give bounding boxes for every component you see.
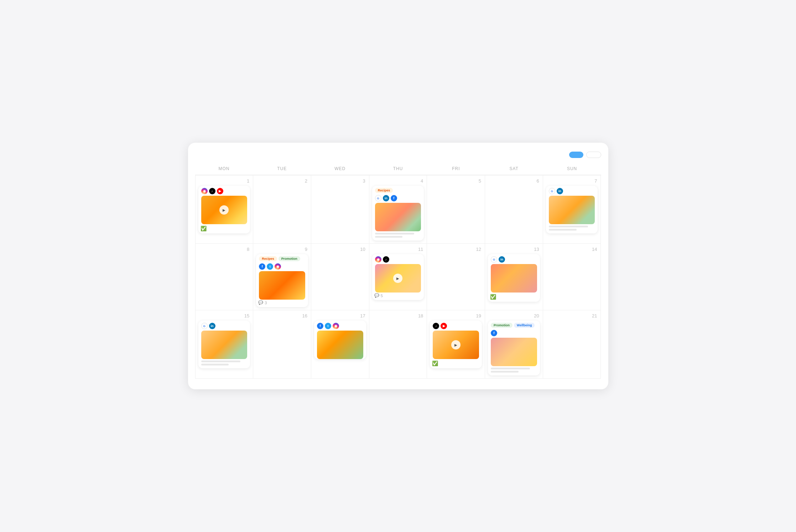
calendar-cell: 17 ft◉ [311, 310, 369, 379]
text-line [491, 371, 519, 373]
social-icons: f [491, 330, 537, 336]
date-number: 21 [546, 313, 598, 318]
post-image [259, 271, 305, 300]
tiktok-icon: ♪ [209, 188, 215, 194]
post-card-inner: PromotionWellbeing f [488, 321, 540, 366]
post-image [549, 196, 595, 224]
post-card[interactable]: ft◉ [314, 321, 366, 359]
post-card[interactable]: Recipes Ginf [372, 186, 424, 241]
li-icon: in [383, 195, 389, 201]
comments-count: 💬 5 [372, 293, 424, 300]
post-card[interactable]: Gin [198, 321, 250, 368]
ig-icon: ◉ [275, 263, 281, 270]
post-card[interactable]: RecipesPromotion ft◉ 💬 3 [256, 254, 308, 307]
tag-badge: Recipes [259, 256, 277, 261]
yt-icon: ▶ [217, 188, 223, 194]
comments-count: 💬 3 [256, 300, 308, 307]
date-number: 2 [256, 178, 308, 184]
day-header-sun: SUN [543, 163, 601, 175]
social-icons: Gin [491, 256, 537, 263]
calendar-cell: 4 Recipes Ginf [369, 175, 427, 244]
post-image [201, 331, 248, 359]
text-lines [546, 224, 598, 233]
view-toggle-group [569, 152, 601, 158]
post-card[interactable]: ♪▶ ▶ ✅ [430, 321, 482, 368]
date-number: 18 [372, 313, 424, 318]
fb-icon: f [391, 195, 397, 201]
yt-icon: ▶ [441, 323, 447, 329]
day-header-wed: WED [311, 163, 369, 175]
post-card[interactable]: PromotionWellbeing f [488, 321, 540, 375]
post-image-wrapper: ▶ [375, 264, 421, 293]
post-card-inner: Recipes Ginf [372, 186, 424, 231]
post-image-wrapper: ▶ [201, 196, 248, 224]
post-card[interactable]: Gin ✅ [488, 254, 540, 302]
post-image [491, 338, 537, 366]
check-icon: ✅ [430, 359, 482, 368]
post-image [375, 203, 421, 231]
ggl-icon: G [491, 256, 497, 263]
calendar-cell: 18 [369, 310, 427, 379]
prev-month-button[interactable] [387, 153, 392, 156]
tag-badge: Wellbeing [514, 323, 535, 328]
check-icon: ✅ [488, 293, 540, 302]
nav-title-group [387, 153, 410, 156]
tag-badge: Recipes [375, 188, 393, 193]
post-card[interactable]: ◉♪▶ ▶ ✅ [198, 186, 250, 233]
date-number: 6 [488, 178, 540, 184]
date-number: 11 [372, 247, 424, 252]
date-number: 19 [430, 313, 482, 318]
post-image-wrapper: ▶ [433, 331, 479, 359]
date-number: 17 [314, 313, 366, 318]
calendar-cell: 13 Gin ✅ [485, 244, 543, 310]
week-view-button[interactable] [586, 152, 601, 158]
post-card[interactable]: Gin [546, 186, 598, 233]
date-number: 12 [430, 247, 482, 252]
date-number: 10 [314, 247, 366, 252]
next-month-button[interactable] [404, 153, 410, 156]
post-card[interactable]: ◉♪ ▶ 💬 5 [372, 254, 424, 300]
li-icon: in [499, 256, 505, 263]
fb-icon: f [491, 330, 497, 336]
calendar-cell: 7 Gin [543, 175, 601, 244]
tiktok-icon: ♪ [383, 256, 389, 263]
calendar-cell: 14 [543, 244, 601, 310]
tw-icon: t [325, 323, 331, 329]
text-line [491, 368, 530, 369]
date-number: 16 [256, 313, 308, 318]
day-header-fri: FRI [427, 163, 485, 175]
date-number: 13 [488, 247, 540, 252]
date-number: 5 [430, 178, 482, 184]
play-button[interactable]: ▶ [219, 205, 229, 215]
date-number: 8 [198, 247, 250, 252]
calendar-cell: 2 [253, 175, 311, 244]
play-button[interactable]: ▶ [451, 340, 461, 349]
ggl-icon: G [375, 195, 381, 201]
post-card-inner: ◉♪▶ ▶ [198, 186, 250, 224]
date-number: 3 [314, 178, 366, 184]
text-line [201, 364, 229, 365]
ig-icon: ◉ [333, 323, 339, 329]
day-header-thu: THU [369, 163, 427, 175]
calendar-body: 1 ◉♪▶ ▶ ✅ 234 Recipes Ginf [195, 175, 601, 379]
date-number: 15 [198, 313, 250, 318]
li-icon: in [557, 188, 563, 194]
tags-row: RecipesPromotion [259, 256, 305, 263]
ggl-icon: G [549, 188, 555, 194]
tag-badge: Promotion [491, 323, 513, 328]
calendar-cell: 12 [427, 244, 485, 310]
calendar-cell: 3 [311, 175, 369, 244]
check-icon: ✅ [198, 224, 250, 233]
tw-icon: t [267, 263, 273, 270]
post-image [491, 264, 537, 293]
date-number: 9 [256, 247, 308, 252]
fb-icon: f [259, 263, 265, 270]
calendar-container: MONTUEWEDTHUFRISATSUN 1 ◉♪▶ ▶ ✅ 234 Reci… [188, 143, 608, 389]
month-view-button[interactable] [569, 152, 583, 158]
tag-badge: Promotion [279, 256, 300, 261]
play-button[interactable]: ▶ [393, 274, 402, 283]
social-icons: Gin [201, 323, 248, 329]
text-lines [198, 359, 250, 368]
day-header-mon: MON [195, 163, 253, 175]
ggl-icon: G [201, 323, 208, 329]
